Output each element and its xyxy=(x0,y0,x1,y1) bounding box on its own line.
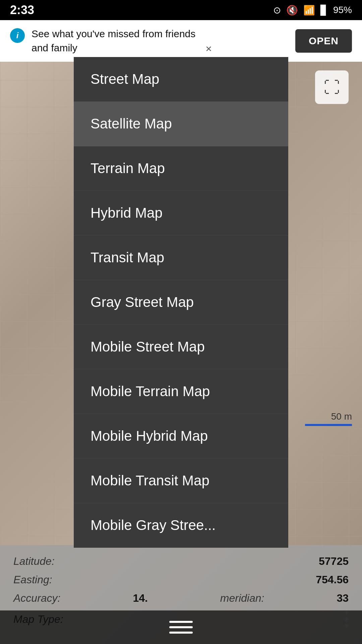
menu-item-street-map[interactable]: Street Map xyxy=(74,57,288,102)
signal-icon: ▊ xyxy=(320,5,328,16)
hamburger-line-1 xyxy=(169,621,193,623)
fullscreen-icon: ⛶ xyxy=(324,78,340,97)
menu-item-mobile-hybrid-map[interactable]: Mobile Hybrid Map xyxy=(74,414,288,459)
battery-indicator: 95% xyxy=(333,5,352,15)
accuracy-label: Accuracy: xyxy=(13,592,60,604)
status-icons: ⊙ 🔇 📶 ▊ 95% xyxy=(273,5,352,16)
notification-text-block: See what you've missed from friends and … xyxy=(32,27,195,55)
easting-label: Easting: xyxy=(13,574,52,586)
notification-banner: i See what you've missed from friends an… xyxy=(0,20,362,62)
hamburger-line-2 xyxy=(169,626,193,628)
open-notification-button[interactable]: OPEN xyxy=(295,29,352,53)
menu-item-gray-street-map[interactable]: Gray Street Map xyxy=(74,280,288,325)
menu-item-mobile-gray-stree[interactable]: Mobile Gray Stree... xyxy=(74,503,288,548)
menu-item-satellite-map[interactable]: Satellite Map xyxy=(74,102,288,146)
notification-line2: and family xyxy=(32,41,195,55)
map-type-dropdown: Street MapSatellite MapTerrain MapHybrid… xyxy=(74,57,288,548)
menu-item-mobile-terrain-map[interactable]: Mobile Terrain Map xyxy=(74,369,288,414)
latitude-label: Latitude: xyxy=(13,555,55,568)
hamburger-line-3 xyxy=(169,632,193,634)
menu-item-terrain-map[interactable]: Terrain Map xyxy=(74,146,288,191)
hamburger-menu-button[interactable] xyxy=(169,621,193,634)
wifi-icon: 📶 xyxy=(303,5,315,16)
status-time: 2:33 xyxy=(10,3,34,17)
menu-item-mobile-transit-map[interactable]: Mobile Transit Map xyxy=(74,459,288,503)
accuracy-value: 14. xyxy=(133,592,147,604)
latitude-row: Latitude: 57725 xyxy=(13,555,349,568)
menu-item-transit-map[interactable]: Transit Map xyxy=(74,235,288,280)
scale-indicator: 50 m xyxy=(305,411,352,426)
scale-bar xyxy=(305,424,352,426)
menu-item-mobile-street-map[interactable]: Mobile Street Map xyxy=(74,325,288,369)
meridian-label: meridian: xyxy=(220,592,264,604)
bottom-navigation xyxy=(0,610,362,644)
menu-item-hybrid-map[interactable]: Hybrid Map xyxy=(74,191,288,235)
notification-line1: See what you've missed from friends xyxy=(32,27,195,41)
latitude-value: 57725 xyxy=(319,555,349,568)
location-icon: ⊙ xyxy=(273,5,281,16)
muted-icon: 🔇 xyxy=(286,5,298,16)
status-bar: 2:33 ⊙ 🔇 📶 ▊ 95% xyxy=(0,0,362,20)
fullscreen-button[interactable]: ⛶ xyxy=(315,70,349,104)
meridian-value: 33 xyxy=(337,592,349,604)
easting-row: Easting: 754.56 xyxy=(13,574,349,586)
notification-app-icon: i xyxy=(10,28,25,43)
easting-value: 754.56 xyxy=(316,574,349,586)
scale-text: 50 m xyxy=(331,411,352,422)
close-notification-button[interactable]: × xyxy=(205,43,212,55)
notification-content: i See what you've missed from friends an… xyxy=(10,27,289,55)
accuracy-row: Accuracy: 14. meridian: 33 xyxy=(13,592,349,604)
